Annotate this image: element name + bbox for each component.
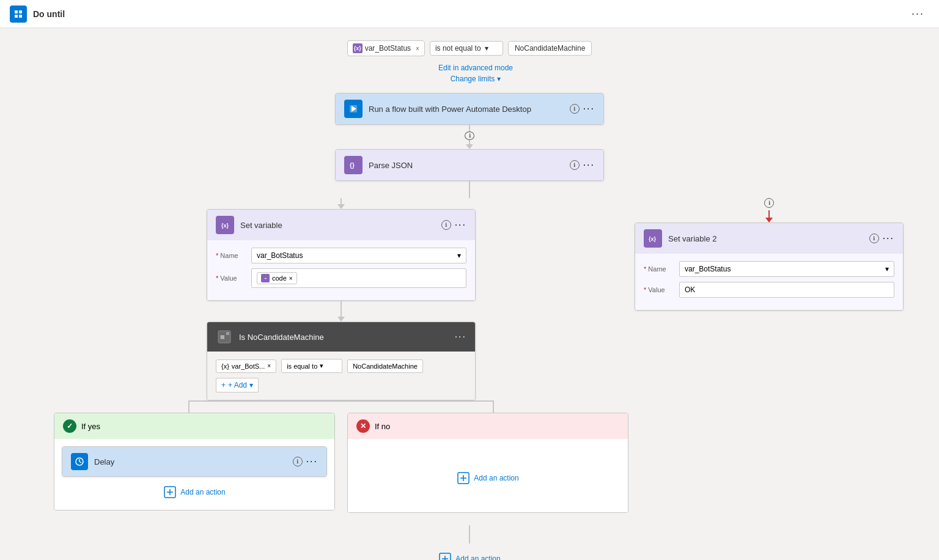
set-variable-2-title: Set variable 2 bbox=[668, 234, 863, 243]
svg-text:{x}: {x} bbox=[221, 223, 229, 229]
connector-3 bbox=[337, 301, 345, 322]
value-label: Value bbox=[216, 274, 246, 282]
if-yes-add-action-button[interactable]: Add an action bbox=[156, 482, 232, 503]
if-no-panel: ✕ If no bbox=[347, 413, 628, 513]
if-no-add-action-button[interactable]: Add an action bbox=[449, 468, 526, 488]
yes-icon: ✓ bbox=[63, 419, 76, 433]
connector-1: ℹ bbox=[465, 125, 474, 149]
run-flow-icon bbox=[344, 100, 363, 118]
condition-icon: ≡ bbox=[216, 328, 233, 345]
split-right: ℹ {x} Set variable 2 ℹ ··· bbox=[635, 198, 904, 311]
branch-top-lines bbox=[48, 198, 635, 209]
run-flow-header: Run a flow built with Power Automate Des… bbox=[336, 94, 603, 124]
more-menu-button[interactable]: ··· bbox=[907, 5, 929, 23]
bottom-connector bbox=[469, 525, 470, 543]
if-no-header: ✕ If no bbox=[348, 413, 628, 439]
add-condition-button[interactable]: + + Add ▾ bbox=[216, 378, 259, 392]
condition-more-icon[interactable]: ··· bbox=[455, 331, 466, 342]
right-connector: ℹ bbox=[764, 198, 774, 223]
operator-select[interactable]: is equal to ▾ bbox=[281, 359, 342, 373]
run-flow-title: Run a flow built with Power Automate Des… bbox=[369, 105, 564, 114]
plus-icon: + bbox=[221, 381, 226, 389]
set-variable-more-icon[interactable]: ··· bbox=[455, 219, 466, 230]
delay-icon bbox=[71, 453, 88, 470]
connector-info-icon[interactable]: ℹ bbox=[465, 131, 474, 140]
set-variable-body: Name var_BotStatus ▾ Value bbox=[207, 240, 475, 300]
set-variable-2-card: {x} Set variable 2 ℹ ··· Name var_BotSta… bbox=[635, 223, 904, 311]
add-action-icon-yes bbox=[163, 485, 177, 499]
parse-json-header: {} Parse JSON ℹ ··· bbox=[336, 150, 603, 180]
name-input[interactable]: var_BotStatus ▾ bbox=[251, 248, 466, 263]
svg-line-13 bbox=[79, 462, 81, 463]
set-variable-info-icon[interactable]: ℹ bbox=[441, 220, 451, 230]
svg-rect-0 bbox=[15, 10, 18, 13]
run-flow-card: Run a flow built with Power Automate Des… bbox=[335, 93, 604, 125]
change-limits-link[interactable]: Change limits ▾ bbox=[451, 75, 501, 83]
svg-rect-3 bbox=[19, 15, 22, 18]
value-input[interactable]: ⌁ code × bbox=[251, 268, 466, 288]
delay-title: Delay bbox=[94, 457, 287, 466]
left-flow: {x} Set variable ℹ ··· Name bbox=[48, 198, 635, 513]
set-variable-2-info-icon[interactable]: ℹ bbox=[869, 234, 879, 243]
parse-json-card: {} Parse JSON ℹ ··· bbox=[335, 149, 604, 181]
bottom-add-action-label: Add an action bbox=[455, 554, 500, 560]
run-flow-actions: ℹ ··· bbox=[570, 103, 595, 114]
if-yes-panel: ✓ If yes bbox=[54, 413, 335, 510]
value2-field-row: Value OK bbox=[644, 282, 894, 298]
chevron-down-icon: ▾ bbox=[485, 44, 488, 53]
condition-token-sm: {x} var_BotS... × bbox=[216, 359, 276, 373]
value-token: ⌁ code × bbox=[257, 272, 297, 284]
run-flow-more-icon[interactable]: ··· bbox=[583, 103, 595, 114]
token-label: var_BotStatus bbox=[365, 44, 411, 53]
page-title: Do until bbox=[33, 9, 907, 19]
svg-text:{x}: {x} bbox=[649, 236, 657, 242]
run-flow-info-icon[interactable]: ℹ bbox=[570, 104, 580, 114]
branches-area: ✓ If yes bbox=[48, 400, 635, 513]
parse-json-title: Parse JSON bbox=[369, 161, 564, 170]
add-action-icon-no bbox=[457, 471, 470, 485]
parse-json-more-icon[interactable]: ··· bbox=[583, 160, 595, 171]
set-variable-icon: {x} bbox=[216, 216, 234, 234]
condition-card: ≡ Is NoCandidateMachine ··· bbox=[207, 322, 476, 400]
svg-rect-2 bbox=[15, 15, 18, 18]
cond-token-close[interactable]: × bbox=[267, 363, 271, 369]
parse-json-icon: {} bbox=[344, 156, 363, 174]
edit-advanced-link[interactable]: Edit in advanced mode bbox=[438, 64, 513, 72]
if-no-branch: ✕ If no bbox=[341, 400, 635, 513]
value-token-icon: ⌁ bbox=[261, 274, 270, 282]
if-yes-label: If yes bbox=[81, 422, 100, 431]
set-variable-card: {x} Set variable ℹ ··· Name bbox=[207, 209, 476, 301]
operator-dropdown[interactable]: is not equal to ▾ bbox=[430, 41, 503, 56]
name2-input[interactable]: var_BotStatus ▾ bbox=[679, 261, 894, 277]
token-close-button[interactable]: × bbox=[416, 45, 419, 52]
right-info-icon[interactable]: ℹ bbox=[764, 198, 774, 208]
if-no-label: If no bbox=[375, 422, 390, 431]
flow-wrapper: {x} var_BotStatus × is not equal to ▾ No… bbox=[12, 40, 927, 560]
svg-text:≡: ≡ bbox=[220, 333, 225, 342]
svg-text:{}: {} bbox=[350, 162, 355, 169]
name2-label: Name bbox=[644, 265, 674, 273]
name-field-row: Name var_BotStatus ▾ bbox=[216, 248, 466, 263]
connector-2 bbox=[469, 181, 470, 198]
condition-header: ≡ Is NoCandidateMachine ··· bbox=[207, 322, 475, 352]
value-token-close[interactable]: × bbox=[289, 275, 293, 282]
set-variable-2-more-icon[interactable]: ··· bbox=[883, 233, 894, 244]
set-variable-2-header: {x} Set variable 2 ℹ ··· bbox=[635, 223, 903, 254]
add-chevron-icon: ▾ bbox=[249, 381, 253, 389]
svg-rect-10 bbox=[226, 332, 229, 335]
canvas: {x} var_BotStatus × is not equal to ▾ No… bbox=[0, 28, 939, 560]
delay-more-icon[interactable]: ··· bbox=[306, 456, 318, 467]
cond-token-icon: {x} bbox=[221, 363, 229, 370]
name2-field-row: Name var_BotStatus ▾ bbox=[644, 261, 894, 277]
top-bar: Do until ··· bbox=[0, 0, 939, 28]
token-icon: {x} bbox=[353, 43, 363, 53]
condition-token: {x} var_BotStatus × bbox=[347, 40, 425, 56]
value2-input[interactable]: OK bbox=[679, 282, 894, 298]
bottom-add-action-button[interactable]: Add an action bbox=[431, 548, 507, 560]
if-no-add-action-label: Add an action bbox=[474, 474, 518, 482]
set-variable-header: {x} Set variable ℹ ··· bbox=[207, 210, 475, 240]
no-icon: ✕ bbox=[356, 419, 370, 433]
split-area: {x} Set variable ℹ ··· Name bbox=[48, 198, 891, 513]
parse-json-info-icon[interactable]: ℹ bbox=[570, 160, 580, 170]
delay-info-icon[interactable]: ℹ bbox=[293, 457, 303, 466]
